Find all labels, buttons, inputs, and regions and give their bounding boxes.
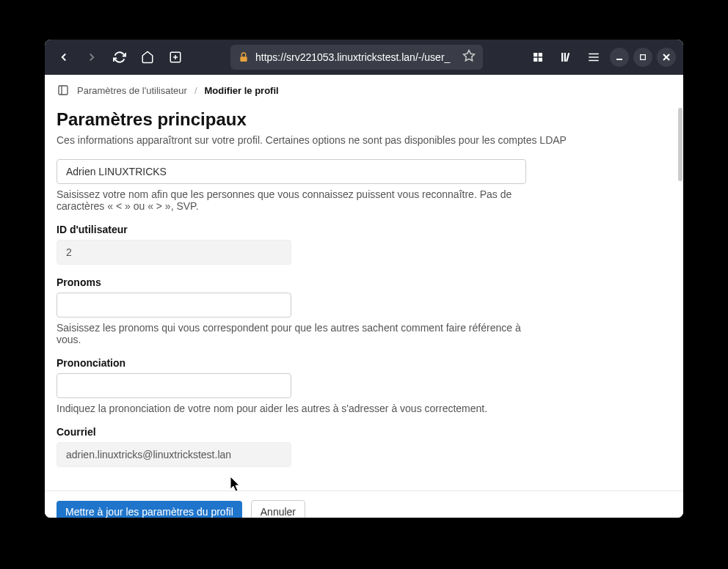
apps-icon[interactable] bbox=[526, 45, 550, 69]
svg-rect-12 bbox=[566, 53, 569, 62]
email-label: Courriel bbox=[57, 426, 671, 438]
cancel-button[interactable]: Annuler bbox=[251, 500, 305, 518]
name-input[interactable] bbox=[57, 159, 526, 184]
pronouns-help: Saisissez les pronoms qui vous correspon… bbox=[57, 322, 526, 345]
svg-rect-7 bbox=[539, 53, 542, 56]
page-description: Ces informations apparaîtront sur votre … bbox=[57, 134, 671, 146]
breadcrumb-parent[interactable]: Paramètres de l'utilisateur bbox=[77, 85, 187, 96]
svg-rect-10 bbox=[561, 53, 563, 62]
email-input bbox=[57, 442, 291, 467]
home-button[interactable] bbox=[136, 45, 159, 69]
form-footer: Mettre à jour les paramètres du profil A… bbox=[45, 491, 683, 518]
maximize-button[interactable] bbox=[633, 48, 652, 67]
forward-button[interactable] bbox=[80, 45, 103, 69]
pronouns-input[interactable] bbox=[57, 293, 291, 317]
bookmark-star-icon[interactable] bbox=[462, 49, 476, 65]
breadcrumb: Paramètres de l'utilisateur / Modifier l… bbox=[45, 75, 683, 106]
minimize-button[interactable] bbox=[610, 48, 629, 67]
svg-rect-8 bbox=[534, 58, 537, 62]
url-bar[interactable]: https://srv221053.linuxtrickstest.lan/-/… bbox=[230, 45, 483, 70]
breadcrumb-current: Modifier le profil bbox=[205, 85, 279, 96]
close-button[interactable] bbox=[657, 48, 676, 67]
userid-label: ID d'utilisateur bbox=[57, 224, 671, 235]
svg-rect-6 bbox=[534, 53, 537, 56]
svg-rect-4 bbox=[240, 56, 247, 62]
browser-window: https://srv221053.linuxtrickstest.lan/-/… bbox=[45, 40, 683, 518]
sidebar-toggle-icon[interactable] bbox=[57, 84, 70, 97]
userid-input bbox=[57, 240, 291, 265]
pronouns-label: Pronoms bbox=[57, 276, 671, 288]
library-icon[interactable] bbox=[554, 45, 578, 69]
page-content: Paramètres de l'utilisateur / Modifier l… bbox=[45, 75, 683, 518]
svg-marker-5 bbox=[464, 51, 475, 61]
pronunciation-label: Prononciation bbox=[57, 357, 671, 369]
svg-rect-11 bbox=[564, 53, 566, 62]
svg-rect-9 bbox=[539, 58, 542, 62]
browser-titlebar: https://srv221053.linuxtrickstest.lan/-/… bbox=[45, 40, 683, 75]
scrollbar-thumb[interactable] bbox=[678, 108, 682, 181]
scrollbar[interactable] bbox=[677, 75, 683, 518]
lock-warning-icon bbox=[238, 51, 250, 63]
pronunciation-help: Indiquez la prononciation de votre nom p… bbox=[57, 403, 526, 414]
reload-button[interactable] bbox=[108, 45, 131, 69]
menu-icon[interactable] bbox=[582, 45, 605, 69]
svg-rect-17 bbox=[641, 55, 646, 60]
new-tab-button[interactable] bbox=[164, 45, 187, 69]
back-button[interactable] bbox=[52, 45, 76, 69]
pronunciation-input[interactable] bbox=[57, 373, 291, 398]
svg-rect-20 bbox=[59, 86, 68, 95]
name-help: Saisissez votre nom afin que les personn… bbox=[57, 188, 526, 212]
breadcrumb-separator: / bbox=[194, 85, 197, 96]
page-title: Paramètres principaux bbox=[57, 109, 671, 130]
url-text: https://srv221053.linuxtrickstest.lan/-/… bbox=[255, 51, 456, 63]
submit-button[interactable]: Mettre à jour les paramètres du profil bbox=[57, 501, 242, 518]
